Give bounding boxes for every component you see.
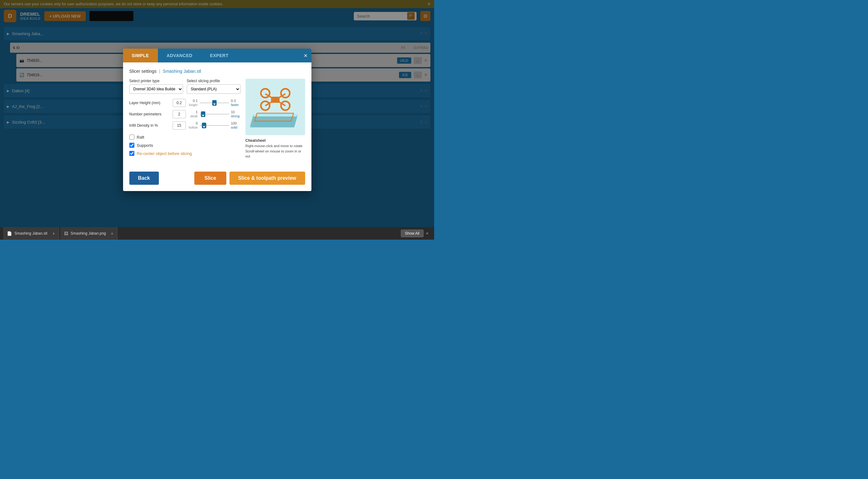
slice-button[interactable]: Slice xyxy=(194,172,226,185)
supports-label: Supports xyxy=(137,143,153,148)
slice-preview-button[interactable]: Slice & toolpath preview xyxy=(229,172,305,185)
layer-height-thumb[interactable] xyxy=(212,100,217,106)
slider-section: Layer Height (mm) 0.2 0.1 longer xyxy=(129,99,241,130)
tab-advanced[interactable]: ADVANCED xyxy=(158,48,201,62)
infill-min-sub: hollow xyxy=(188,126,198,130)
checkbox-section: Raft Supports Re-center object before sl… xyxy=(129,135,241,156)
raft-label: Raft xyxy=(137,135,145,140)
modal-body: Slicer settings | Smashing Jaban.stl Sel… xyxy=(123,62,311,168)
infill-max-sub: solid xyxy=(231,126,241,130)
show-all-button[interactable]: Show All xyxy=(401,230,424,237)
modal-form: Select printer type Dremel 3D40 Idea Bui… xyxy=(129,79,241,162)
infill-thumb[interactable] xyxy=(202,123,206,128)
raft-checkbox[interactable] xyxy=(129,135,134,140)
modal-tabs: SIMPLE ADVANCED EXPERT × xyxy=(123,48,311,62)
bottom-file-stl: 📄 Smashing Jaban.stl ∧ xyxy=(3,227,59,240)
infill-min-val: 0 xyxy=(188,122,198,126)
modal-preview: Cheatsheet Right-mouse-click and move to… xyxy=(246,79,305,162)
slicing-profile-select[interactable]: Standard (PLA) Fast (PLA) Fine (PLA) Sta… xyxy=(187,84,241,94)
breadcrumb-static: Slicer settings xyxy=(129,69,157,74)
infill-track-container: 0 hollow 100 solid xyxy=(188,122,241,129)
supports-checkbox[interactable] xyxy=(129,143,134,148)
perimeters-track[interactable] xyxy=(200,111,229,117)
layer-height-max-sub: faster xyxy=(231,103,241,107)
breadcrumb-separator: | xyxy=(159,69,160,74)
stl-file-chevron[interactable]: ∧ xyxy=(53,232,55,236)
preview-canvas xyxy=(246,79,305,135)
perimeters-track-container: 1 weak 10 strong xyxy=(188,110,241,118)
recenter-checkbox-row: Re-center object before slicing xyxy=(129,151,241,156)
slicer-modal: SIMPLE ADVANCED EXPERT × Slicer settings… xyxy=(123,48,311,191)
slicing-profile-label: Select slicing profile xyxy=(187,79,241,83)
stl-file-name: Smashing Jaban.stl xyxy=(14,231,48,236)
infill-track[interactable] xyxy=(200,123,229,128)
layer-height-label: Layer Height (mm) xyxy=(129,101,170,105)
perimeters-value: 2 xyxy=(173,110,186,118)
png-file-icon: 🖼 xyxy=(64,231,68,236)
recenter-checkbox[interactable] xyxy=(129,151,134,156)
layer-height-value: 0.2 xyxy=(173,99,186,107)
cheatsheet-line2: Scroll-wheel on mouse to zoom in or out xyxy=(246,149,305,159)
printer-type-select[interactable]: Dremel 3D40 Idea Builder Dremel 3D45 Dre… xyxy=(129,84,183,94)
infill-line xyxy=(200,125,229,126)
layer-height-track[interactable] xyxy=(200,100,229,106)
modal-overlay: SIMPLE ADVANCED EXPERT × Slicer settings… xyxy=(0,0,434,240)
bottom-bar: 📄 Smashing Jaban.stl ∧ 🖼 Smashing Jaban.… xyxy=(0,227,434,240)
stl-file-icon: 📄 xyxy=(7,231,12,236)
layer-height-min-sub: longer xyxy=(188,103,198,107)
svg-marker-3 xyxy=(250,116,297,127)
bottom-file-png: 🖼 Smashing Jaban.png ∧ xyxy=(60,227,118,240)
modal-main: Select printer type Dremel 3D40 Idea Bui… xyxy=(129,79,305,162)
supports-checkbox-row: Supports xyxy=(129,143,241,148)
layer-height-line xyxy=(200,103,229,103)
cheatsheet-title: Cheatsheet xyxy=(246,138,305,143)
printer-type-label: Select printer type xyxy=(129,79,183,83)
breadcrumb: Slicer settings | Smashing Jaban.stl xyxy=(129,69,305,74)
perimeters-min-val: 1 xyxy=(188,110,198,114)
perimeters-min-sub: weak xyxy=(188,114,198,118)
bottom-close-button[interactable]: × xyxy=(424,231,431,236)
svg-point-12 xyxy=(281,89,290,98)
recenter-label: Re-center object before slicing xyxy=(137,151,192,156)
perimeters-label: Number perimeters xyxy=(129,112,170,116)
drone-preview-svg xyxy=(250,85,301,129)
printer-type-group: Select printer type Dremel 3D40 Idea Bui… xyxy=(129,79,183,94)
slider-row-perimeters: Number perimeters 2 1 weak xyxy=(129,110,241,118)
selects-row: Select printer type Dremel 3D40 Idea Bui… xyxy=(129,79,241,94)
modal-actions: Back Slice Slice & toolpath preview xyxy=(123,168,311,191)
layer-height-max-val: 0.3 xyxy=(231,99,241,103)
infill-max-val: 100 xyxy=(231,122,241,126)
infill-label: Infill Density in % xyxy=(129,123,170,128)
cheatsheet: Cheatsheet Right-mouse-click and move to… xyxy=(246,138,305,159)
modal-close-button[interactable]: × xyxy=(304,53,308,59)
layer-height-track-container: 0.1 longer 0.3 fast xyxy=(188,99,241,107)
png-file-name: Smashing Jaban.png xyxy=(71,231,106,236)
perimeters-line xyxy=(200,114,229,114)
back-button[interactable]: Back xyxy=(129,172,159,185)
slicing-profile-group: Select slicing profile Standard (PLA) Fa… xyxy=(187,79,241,94)
png-file-chevron[interactable]: ∧ xyxy=(111,232,113,236)
svg-point-11 xyxy=(261,89,270,98)
infill-value: 15 xyxy=(173,122,186,130)
perimeters-max-sub: strong xyxy=(231,114,241,118)
tab-simple[interactable]: SIMPLE xyxy=(123,48,158,62)
breadcrumb-link[interactable]: Smashing Jaban.stl xyxy=(163,69,201,74)
slider-row-layer-height: Layer Height (mm) 0.2 0.1 longer xyxy=(129,99,241,107)
perimeters-thumb[interactable] xyxy=(201,111,205,117)
layer-height-min-val: 0.1 xyxy=(188,99,198,103)
perimeters-max-val: 10 xyxy=(231,110,241,114)
tab-expert[interactable]: EXPERT xyxy=(201,48,237,62)
slider-row-infill: Infill Density in % 15 0 hollow xyxy=(129,122,241,130)
raft-checkbox-row: Raft xyxy=(129,135,241,140)
cheatsheet-line1: Right-mouse-click and move to rotate xyxy=(246,143,305,149)
